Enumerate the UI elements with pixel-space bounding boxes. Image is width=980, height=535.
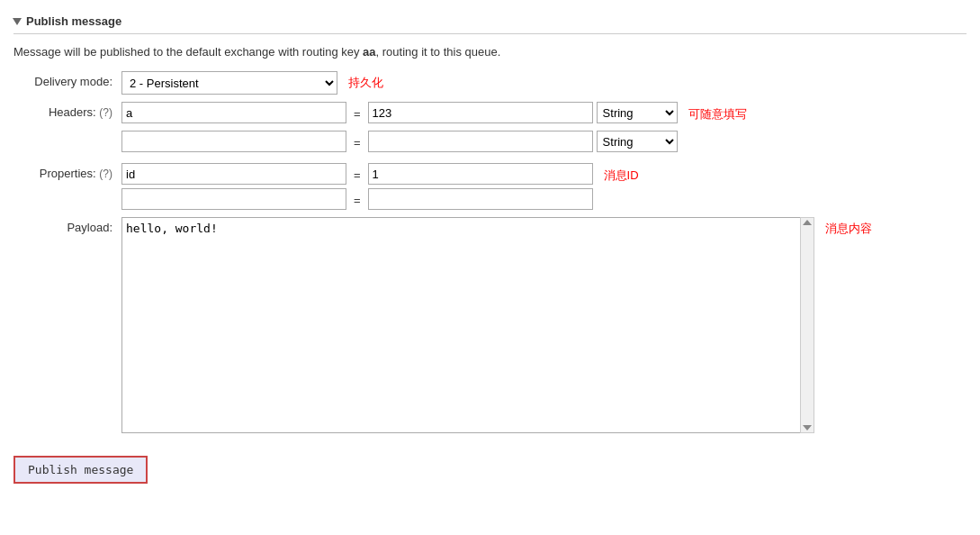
headers-hint: (?) xyxy=(99,106,112,119)
header-val-1[interactable] xyxy=(368,102,593,123)
description-suffix: , routing it to this queue. xyxy=(376,45,501,59)
props-section: = 消息ID = xyxy=(121,163,639,210)
header-row-1: = String Number Boolean 可随意填写 xyxy=(121,102,747,123)
delivery-mode-select[interactable]: 1 - Non-persistent 2 - Persistent xyxy=(121,71,337,95)
header-type-1[interactable]: String Number Boolean xyxy=(597,102,678,123)
header-key-1[interactable] xyxy=(121,102,346,123)
eq-sign-1: = xyxy=(350,104,364,122)
delivery-mode-content: 1 - Non-persistent 2 - Persistent 持久化 xyxy=(121,71,967,95)
scroll-down-icon[interactable] xyxy=(803,425,812,431)
properties-label: Properties: (?) xyxy=(13,163,121,180)
delivery-mode-label: Delivery mode: xyxy=(13,71,121,88)
payload-label: Payload: xyxy=(13,217,121,234)
prop-key-1[interactable] xyxy=(121,163,346,185)
prop-key-2[interactable] xyxy=(121,188,346,210)
properties-hint: (?) xyxy=(99,168,112,180)
header-row-2: = String Number Boolean xyxy=(121,131,747,152)
headers-fields: = String Number Boolean 可随意填写 = String xyxy=(121,102,747,156)
description: Message will be published to the default… xyxy=(13,45,967,59)
header-type-2[interactable]: String Number Boolean xyxy=(597,131,678,152)
prop-row-2: = xyxy=(121,188,639,210)
delivery-mode-row: Delivery mode: 1 - Non-persistent 2 - Pe… xyxy=(13,71,967,95)
payload-textarea[interactable]: hello, world! xyxy=(121,217,814,433)
prop-eq-1: = xyxy=(350,165,364,184)
headers-content: = String Number Boolean 可随意填写 = String xyxy=(121,102,967,156)
publish-message-button[interactable]: Publish message xyxy=(13,456,148,484)
prop-eq-2: = xyxy=(350,190,364,209)
routing-key: aa xyxy=(363,45,375,59)
prop-val-2[interactable] xyxy=(368,188,593,210)
headers-label: Headers: (?) xyxy=(13,102,121,119)
payload-wrapper: hello, world! xyxy=(121,217,814,436)
prop-row-1: = 消息ID xyxy=(121,163,639,185)
headers-row: Headers: (?) = String Number Boolean 可随意… xyxy=(13,102,967,156)
header-val-2[interactable] xyxy=(368,131,593,152)
header-key-2[interactable] xyxy=(121,131,346,152)
properties-content: = 消息ID = xyxy=(121,163,967,210)
prop-val-1[interactable] xyxy=(368,163,593,185)
prop-annotation-1: 消息ID xyxy=(604,164,639,184)
delivery-mode-annotation: 持久化 xyxy=(348,71,383,91)
payload-annotation: 消息内容 xyxy=(825,217,872,237)
section-header: Publish message xyxy=(13,9,967,34)
scroll-up-icon[interactable] xyxy=(803,220,812,225)
payload-content: hello, world! 消息内容 xyxy=(121,217,967,436)
main-container: Publish message Message will be publishe… xyxy=(0,0,980,535)
headers-annotation: 可随意填写 xyxy=(688,103,747,122)
payload-row: Payload: hello, world! 消息内容 xyxy=(13,217,967,436)
description-prefix: Message will be published to the default… xyxy=(13,45,363,59)
eq-sign-2: = xyxy=(350,132,364,151)
scrollbar xyxy=(800,217,814,433)
collapse-icon[interactable] xyxy=(13,18,22,25)
properties-row: Properties: (?) = 消息ID = xyxy=(13,163,967,210)
section-title: Publish message xyxy=(26,14,121,28)
